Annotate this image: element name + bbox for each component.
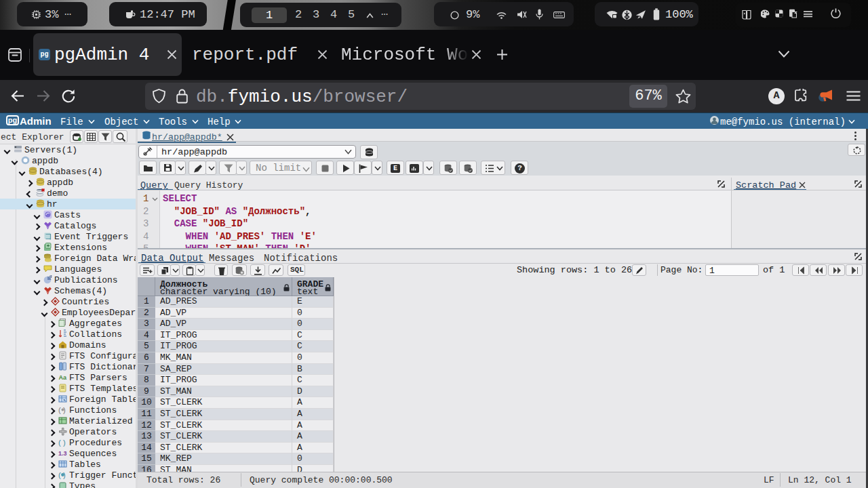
- svg-text:1.3: 1.3: [58, 450, 67, 457]
- svg-text:): ): [63, 439, 66, 447]
- svg-text:(: (: [58, 406, 61, 414]
- svg-text:Aa: Aa: [59, 374, 67, 381]
- svg-text:(: (: [58, 439, 61, 447]
- svg-text:(: (: [58, 471, 61, 479]
